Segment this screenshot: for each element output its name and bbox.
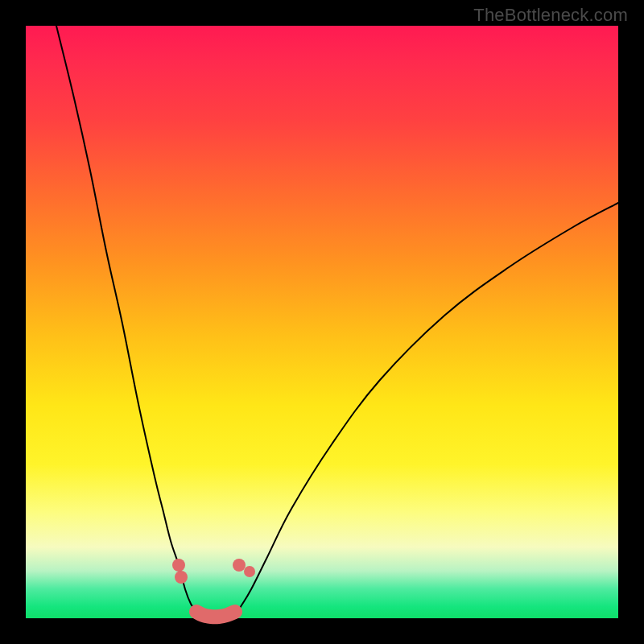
right-branch-path xyxy=(235,203,618,615)
marker-dot xyxy=(233,559,246,572)
marker-dot xyxy=(175,571,188,584)
watermark-text: TheBottleneck.com xyxy=(473,5,628,26)
marker-dots xyxy=(172,559,255,584)
marker-dot xyxy=(244,566,255,577)
chart-svg xyxy=(26,26,618,618)
left-branch-path xyxy=(56,26,203,615)
marker-dot xyxy=(172,559,185,572)
trough-marker-path xyxy=(196,612,235,617)
plot-area xyxy=(26,26,618,618)
chart-frame: TheBottleneck.com xyxy=(0,0,644,644)
